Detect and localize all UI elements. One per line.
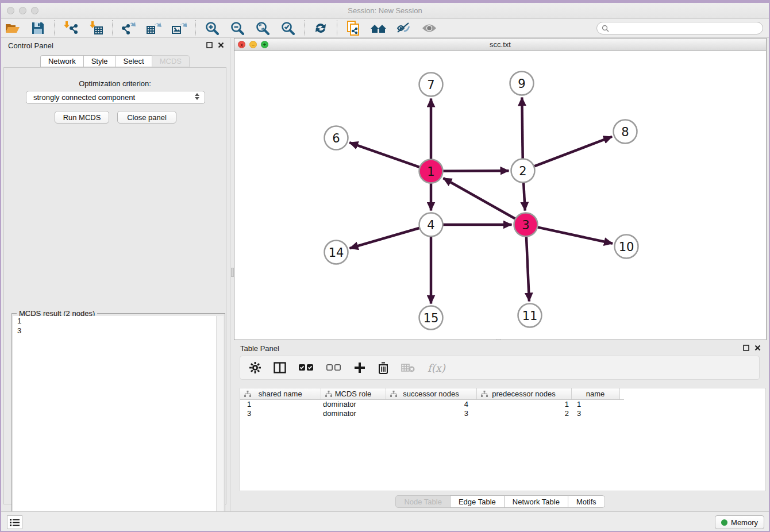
zoom-fit-button[interactable]	[250, 20, 275, 37]
zoom-in-button[interactable]	[199, 20, 225, 37]
split-panel-icon[interactable]	[274, 362, 286, 373]
graph-edge-2-8[interactable]	[534, 137, 612, 167]
graph-node-6[interactable]: 6	[325, 126, 348, 150]
cell-MCDS-role[interactable]: dominator	[321, 408, 386, 418]
graph-edge-1-6[interactable]	[349, 142, 420, 167]
zoom-out-icon	[230, 21, 244, 35]
graph-edge-2-9[interactable]	[522, 97, 522, 159]
delete-column-icon[interactable]	[378, 362, 388, 374]
save-session-button[interactable]	[25, 20, 51, 37]
float-table-panel-icon[interactable]	[743, 345, 749, 351]
tab-node-table[interactable]: Node Table	[395, 495, 450, 508]
clone-network-button[interactable]	[341, 20, 366, 37]
float-panel-icon[interactable]	[206, 42, 213, 48]
add-column-icon[interactable]	[354, 362, 365, 373]
vertical-splitter[interactable]	[230, 38, 234, 511]
tab-network[interactable]: Network	[40, 55, 83, 67]
graph-node-4[interactable]: 4	[419, 213, 443, 237]
cell-MCDS-role[interactable]: dominator	[321, 399, 386, 408]
table-row[interactable]: 1dominator411	[240, 399, 624, 408]
toolbar-separator	[54, 20, 55, 36]
table-row[interactable]: 3dominator323	[240, 408, 624, 418]
tab-network-table[interactable]: Network Table	[504, 495, 568, 508]
select-all-columns-icon[interactable]	[299, 364, 314, 372]
graph-node-7[interactable]: 7	[419, 73, 443, 97]
graph-node-15[interactable]: 15	[419, 306, 443, 330]
cell-successor-nodes[interactable]: 4	[386, 399, 476, 408]
apply-layout-button[interactable]	[308, 20, 333, 37]
cell-name[interactable]: 1	[571, 399, 619, 408]
column-header-predecessor-nodes[interactable]: predecessor nodes	[476, 388, 571, 399]
zoom-selected-button[interactable]	[275, 20, 301, 37]
close-panel-icon[interactable]	[218, 42, 224, 48]
column-header-shared-name[interactable]: shared name	[240, 388, 321, 399]
search-field[interactable]	[596, 22, 763, 34]
graph-node-8[interactable]: 8	[614, 120, 637, 144]
show-eye-button[interactable]	[417, 20, 442, 37]
cell-shared-name[interactable]: 1	[240, 399, 321, 408]
import-table-button[interactable]	[83, 20, 109, 37]
hide-glasses-icon	[396, 22, 412, 34]
graph-edge-3-11[interactable]	[526, 236, 529, 301]
cell-name[interactable]: 3	[571, 408, 619, 418]
node-table: shared name MCDS role successor nodes pr…	[240, 388, 766, 491]
graph-edge-3-1[interactable]	[443, 178, 515, 219]
tab-motifs[interactable]: Motifs	[568, 495, 605, 508]
column-type-icon	[325, 391, 332, 397]
column-header-successor-nodes[interactable]: successor nodes	[386, 388, 476, 399]
toolbar-separator	[337, 20, 337, 36]
open-file-button[interactable]	[0, 20, 25, 37]
mcds-panel-body: Optimization criterion: strongly connect…	[3, 67, 226, 504]
memory-button[interactable]: Memory	[715, 515, 764, 529]
graph-node-1[interactable]: 1	[419, 160, 443, 183]
column-header-filler	[619, 388, 624, 399]
network-canvas[interactable]: 7968124314101511	[234, 51, 766, 340]
graph-node-9[interactable]: 9	[510, 72, 534, 95]
optimization-criterion-label: Optimization criterion:	[4, 79, 226, 88]
selected-criterion: strongly connected component	[33, 93, 135, 102]
optimization-criterion-select[interactable]: strongly connected component	[26, 91, 205, 104]
toolbar-separator	[304, 20, 305, 36]
column-header-MCDS-role[interactable]: MCDS role	[321, 388, 386, 399]
close-panel-button[interactable]: Close panel	[117, 111, 176, 124]
tab-edge-table[interactable]: Edge Table	[450, 495, 504, 508]
graph-edge-3-10[interactable]	[537, 227, 613, 243]
close-table-panel-icon[interactable]	[754, 345, 761, 351]
graph-node-14[interactable]: 14	[325, 241, 348, 264]
table-panel-tabs: Node TableEdge TableNetwork TableMotifs	[234, 495, 767, 508]
result-scrollbar[interactable]	[216, 316, 224, 531]
tab-select[interactable]: Select	[116, 55, 152, 67]
graph-node-2[interactable]: 2	[511, 159, 535, 183]
graph-node-10[interactable]: 10	[615, 235, 638, 259]
mcds-result-line: 1	[13, 316, 224, 326]
memory-status-dot	[721, 519, 727, 526]
network-overview-button[interactable]	[366, 20, 391, 37]
tab-style[interactable]: Style	[83, 55, 116, 67]
hide-glasses-button[interactable]	[391, 20, 417, 37]
graph-node-3[interactable]: 3	[514, 213, 538, 237]
network-window-titlebar[interactable]: x – + scc.txt	[234, 38, 766, 51]
cell-successor-nodes[interactable]: 3	[386, 408, 476, 418]
mcds-result-list[interactable]: 13	[13, 316, 224, 531]
main-titlebar: Session: New Session	[0, 0, 770, 19]
settings-gear-icon[interactable]	[249, 362, 261, 373]
tab-mcds[interactable]: MCDS	[152, 55, 190, 67]
export-table-button[interactable]	[141, 20, 167, 37]
column-type-icon	[244, 391, 251, 397]
cell-predecessor-nodes[interactable]: 1	[476, 399, 571, 408]
column-header-name[interactable]: name	[571, 388, 619, 399]
cell-predecessor-nodes[interactable]: 2	[476, 408, 571, 418]
graph-node-11[interactable]: 11	[518, 304, 542, 327]
import-network-button[interactable]	[58, 20, 83, 37]
export-network-button[interactable]	[116, 20, 141, 37]
task-history-button[interactable]	[7, 515, 22, 529]
graph-edge-1-2[interactable]	[442, 171, 509, 171]
graph-edge-2-3[interactable]	[523, 182, 525, 210]
export-image-button[interactable]	[167, 20, 192, 37]
search-input[interactable]	[612, 24, 763, 32]
graph-edge-4-14[interactable]	[350, 228, 420, 248]
cell-shared-name[interactable]: 3	[240, 408, 321, 418]
zoom-out-button[interactable]	[225, 20, 250, 37]
unselect-all-columns-icon[interactable]	[326, 364, 341, 372]
run-mcds-button[interactable]: Run MCDS	[55, 111, 109, 124]
